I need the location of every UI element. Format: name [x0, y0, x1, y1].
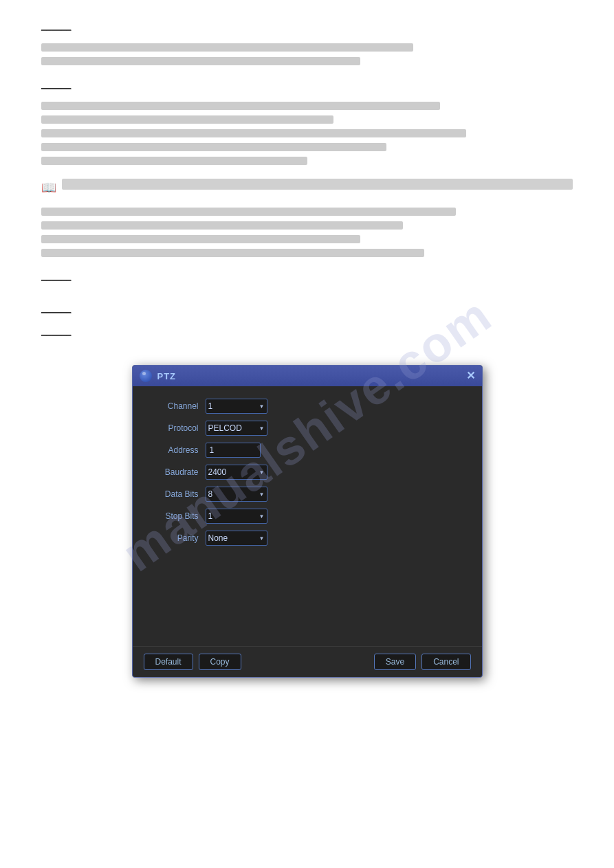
protocol-label: Protocol — [149, 423, 199, 433]
dialog-body: Channel 1 2 3 4 Protocol — [133, 386, 482, 646]
underline-5: ______ — [41, 326, 71, 336]
databits-select-wrapper: 8 7 6 5 — [206, 487, 267, 502]
dialog-spacer — [149, 553, 465, 635]
baudrate-label: Baudrate — [149, 467, 199, 477]
protocol-select-wrapper: PELCOD PELCOP VISCA — [206, 421, 267, 436]
ptz-dialog-overlay: PTZ ✕ Channel 1 2 3 4 — [132, 365, 483, 678]
underline-1: ______ — [41, 21, 71, 31]
note-bar — [62, 179, 573, 190]
dialog-footer: Default Copy Save Cancel — [133, 646, 482, 677]
book-icon: 📖 — [41, 180, 56, 195]
parity-select[interactable]: None Odd Even — [206, 531, 267, 546]
protocol-select[interactable]: PELCOD PELCOP VISCA — [206, 421, 267, 436]
text-block-2: ______ — [41, 79, 573, 165]
baudrate-select-wrapper: 2400 4800 9600 19200 38400 — [206, 465, 267, 480]
page-content: ______ ______ 📖 ______ ______ — [0, 0, 614, 719]
channel-select[interactable]: 1 2 3 4 — [206, 399, 267, 414]
text-block-1: ______ — [41, 21, 573, 65]
channel-row: Channel 1 2 3 4 — [149, 399, 465, 414]
underline-3: ______ — [41, 271, 71, 281]
parity-row: Parity None Odd Even — [149, 531, 465, 546]
dialog-title: PTZ — [157, 371, 177, 381]
protocol-row: Protocol PELCOD PELCOP VISCA — [149, 421, 465, 436]
default-button[interactable]: Default — [144, 654, 193, 670]
text-block-3 — [41, 208, 573, 257]
stopbits-select[interactable]: 1 2 — [206, 509, 267, 524]
underline-4: ______ — [41, 303, 71, 313]
text-block-4: ______ — [41, 271, 573, 289]
note-section: 📖 — [41, 179, 573, 195]
baudrate-select[interactable]: 2400 4800 9600 19200 38400 — [206, 465, 267, 480]
stopbits-select-wrapper: 1 2 — [206, 509, 267, 524]
footer-right-buttons: Save Cancel — [374, 654, 471, 670]
channel-select-wrapper: 1 2 3 4 — [206, 399, 267, 414]
stopbits-row: Stop Bits 1 2 — [149, 509, 465, 524]
dialog-titlebar: PTZ ✕ — [133, 366, 482, 386]
footer-left-buttons: Default Copy — [144, 654, 241, 670]
parity-label: Parity — [149, 533, 199, 543]
text-block-5: ______ ______ — [41, 303, 573, 344]
parity-select-wrapper: None Odd Even — [206, 531, 267, 546]
databits-label: Data Bits — [149, 489, 199, 499]
save-button[interactable]: Save — [374, 654, 416, 670]
address-input[interactable] — [206, 443, 261, 458]
address-label: Address — [149, 445, 199, 455]
databits-row: Data Bits 8 7 6 5 — [149, 487, 465, 502]
ptz-dialog-icon — [140, 370, 152, 382]
cancel-button[interactable]: Cancel — [421, 654, 470, 670]
channel-label: Channel — [149, 401, 199, 411]
stopbits-label: Stop Bits — [149, 511, 199, 521]
underline-2: ______ — [41, 79, 71, 89]
baudrate-row: Baudrate 2400 4800 9600 19200 38400 — [149, 465, 465, 480]
ptz-dialog: PTZ ✕ Channel 1 2 3 4 — [132, 365, 483, 678]
address-row: Address — [149, 443, 465, 458]
copy-button[interactable]: Copy — [199, 654, 241, 670]
dialog-title-left: PTZ — [140, 370, 177, 382]
dialog-close-button[interactable]: ✕ — [466, 370, 475, 381]
databits-select[interactable]: 8 7 6 5 — [206, 487, 267, 502]
